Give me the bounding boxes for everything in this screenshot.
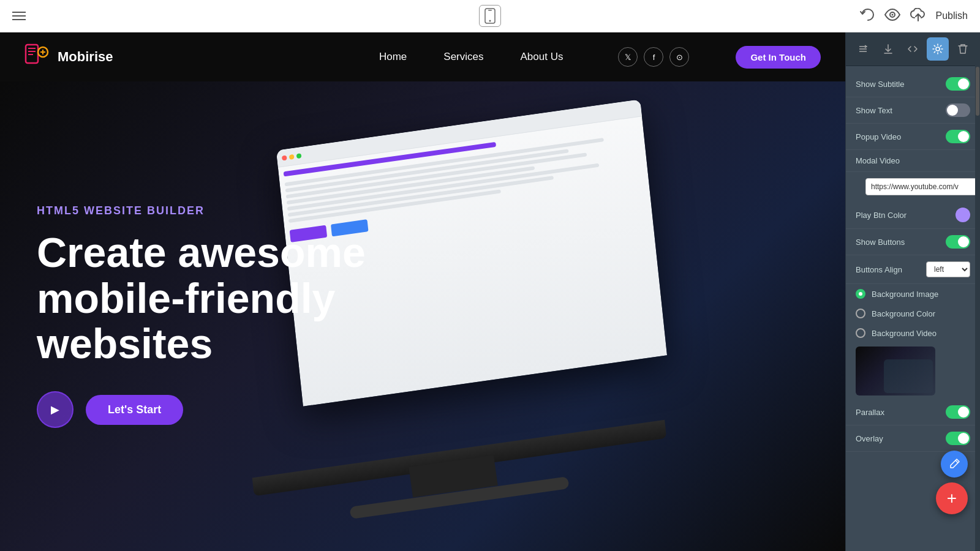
show-buttons-row: Show Buttons [846, 229, 980, 255]
toolbar-right: Publish [860, 8, 968, 24]
hero-title-line2: mobile-friendly websites [37, 275, 335, 367]
modal-video-input[interactable] [865, 178, 980, 195]
bg-image-row: Background Image [846, 284, 980, 304]
svg-rect-2 [488, 10, 492, 11]
fab-add-button[interactable]: + [936, 482, 968, 514]
hero-subtitle: HTML5 WEBSITE BUILDER [37, 204, 466, 217]
svg-point-4 [891, 13, 893, 15]
show-text-toggle[interactable] [946, 103, 970, 117]
toolbar-left [12, 12, 26, 20]
panel-settings-content: Show Subtitle Show Text Popup Video [846, 66, 980, 551]
brand-name: Mobirise [58, 49, 113, 65]
overlay-label: Overlay [856, 434, 883, 443]
brand-logo: Mobirise [24, 43, 113, 70]
parallax-toggle[interactable] [946, 405, 970, 419]
panel-code-button[interactable] [902, 37, 924, 61]
hero-content: HTML5 WEBSITE BUILDER Create awesome mob… [37, 204, 466, 428]
buttons-align-select[interactable]: left center right [926, 261, 970, 277]
bg-video-radio[interactable] [856, 328, 865, 338]
popup-video-row: Popup Video [846, 124, 980, 150]
mobile-view-toggle[interactable] [479, 5, 501, 27]
panel-scrollbar-thumb [976, 67, 979, 116]
parallax-label: Parallax [856, 408, 884, 417]
play-btn-color-row: Play Btn Color [846, 201, 980, 229]
bg-color-row: Background Color [846, 304, 980, 323]
undo-icon[interactable] [860, 9, 875, 24]
hero-buttons: ▶ Let's Start [37, 391, 466, 428]
nav-services[interactable]: Services [443, 51, 483, 63]
modal-video-label: Modal Video [856, 156, 900, 165]
bg-video-row: Background Video [846, 323, 980, 343]
phone-icon [484, 8, 496, 24]
show-buttons-toggle[interactable] [946, 235, 970, 249]
preview-navbar: Mobirise Home Services About Us 𝕏 f ⊙ Ge… [0, 32, 845, 81]
publish-label: Publish [936, 10, 968, 21]
bg-image-label: Background Image [872, 290, 938, 299]
bg-color-label: Background Color [872, 309, 935, 318]
nav-links: Home Services About Us 𝕏 f ⊙ Get In Touc… [379, 46, 821, 69]
parallax-row: Parallax [846, 399, 980, 425]
play-button[interactable]: ▶ [37, 391, 74, 428]
nav-social: 𝕏 f ⊙ [618, 47, 689, 67]
website-preview: Mobirise Home Services About Us 𝕏 f ⊙ Ge… [0, 32, 845, 551]
hamburger-icon[interactable] [12, 12, 26, 20]
bg-thumbnail-laptop-icon [884, 359, 933, 393]
bg-video-label: Background Video [872, 329, 937, 338]
modal-video-row: Modal Video [846, 150, 980, 172]
brand-icon [24, 43, 51, 70]
show-subtitle-label: Show Subtitle [856, 80, 905, 89]
show-subtitle-toggle[interactable] [946, 77, 970, 91]
main-area: Mobirise Home Services About Us 𝕏 f ⊙ Ge… [0, 32, 980, 551]
svg-point-18 [936, 47, 940, 51]
upload-icon[interactable] [910, 8, 926, 24]
overlay-toggle[interactable] [946, 432, 970, 445]
fab-edit-button[interactable] [941, 451, 968, 478]
toolbar-center [479, 5, 501, 27]
preview-icon[interactable] [884, 9, 900, 24]
panel-scrollbar[interactable] [975, 61, 980, 551]
hero-section: HTML5 WEBSITE BUILDER Create awesome mob… [0, 81, 845, 551]
panel-delete-button[interactable] [951, 37, 974, 61]
publish-button[interactable]: Publish [936, 10, 968, 21]
bg-image-radio[interactable] [856, 289, 865, 299]
panel-toolbar [846, 32, 980, 66]
twitter-icon[interactable]: 𝕏 [618, 47, 638, 67]
show-buttons-label: Show Buttons [856, 238, 905, 247]
modal-video-input-row [846, 172, 980, 201]
svg-line-19 [956, 460, 958, 463]
show-subtitle-row: Show Subtitle [846, 71, 980, 97]
panel-arrange-button[interactable] [852, 37, 875, 61]
buttons-align-label: Buttons Align [856, 265, 902, 274]
show-text-row: Show Text [846, 97, 980, 124]
nav-about[interactable]: About Us [521, 51, 564, 63]
instagram-icon[interactable]: ⊙ [669, 47, 689, 67]
bg-thumbnail[interactable] [856, 347, 935, 395]
buttons-align-row: Buttons Align left center right [846, 255, 980, 284]
popup-video-label: Popup Video [856, 132, 901, 141]
panel-download-button[interactable] [877, 37, 900, 61]
popup-video-toggle[interactable] [946, 130, 970, 143]
facebook-icon[interactable]: f [644, 47, 663, 67]
panel-settings-button[interactable] [927, 37, 949, 61]
lets-start-button[interactable]: Let's Start [86, 395, 183, 425]
play-btn-color-label: Play Btn Color [856, 211, 907, 220]
svg-point-1 [489, 20, 491, 22]
top-toolbar: Publish [0, 0, 980, 32]
hero-title: Create awesome mobile-friendly websites [37, 230, 466, 367]
bg-color-radio[interactable] [856, 309, 865, 318]
show-text-label: Show Text [856, 106, 892, 115]
nav-home[interactable]: Home [379, 51, 407, 63]
play-btn-color-picker[interactable] [956, 208, 970, 222]
get-in-touch-button[interactable]: Get In Touch [736, 46, 821, 69]
hero-title-line1: Create awesome [37, 229, 366, 276]
overlay-row: Overlay [846, 425, 980, 452]
